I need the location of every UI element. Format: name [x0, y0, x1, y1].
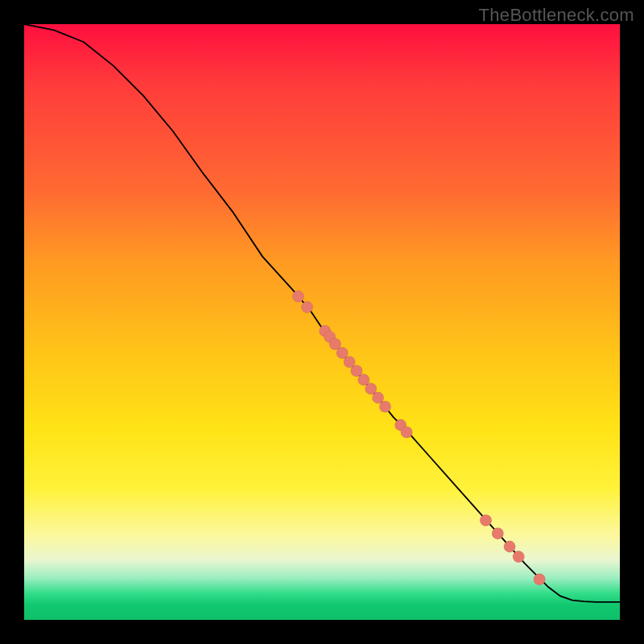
data-point [534, 573, 545, 584]
bottleneck-curve [24, 24, 620, 602]
chart-stage: TheBottleneck.com [0, 0, 644, 644]
data-point [379, 401, 390, 412]
data-points-group [292, 291, 545, 585]
chart-svg [24, 24, 620, 620]
plot-area [24, 24, 620, 620]
watermark-text: TheBottleneck.com [479, 5, 634, 26]
data-point [401, 427, 412, 438]
data-point [513, 551, 524, 562]
data-point [492, 528, 503, 539]
data-point [292, 291, 303, 302]
data-point [504, 541, 515, 552]
data-point [480, 514, 491, 526]
data-point [301, 301, 312, 312]
